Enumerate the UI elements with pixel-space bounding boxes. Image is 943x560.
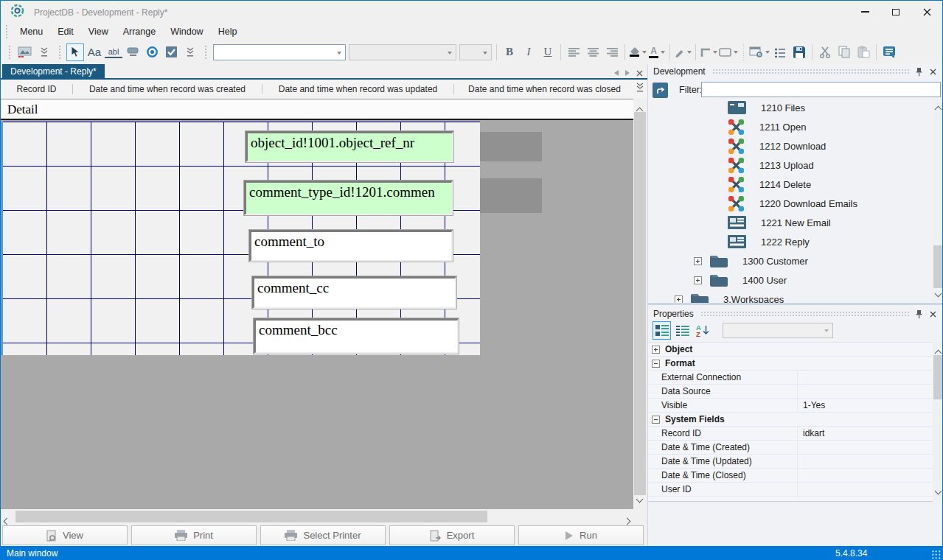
field-comment-cc[interactable]: comment_cc bbox=[252, 276, 456, 309]
pin-icon[interactable] bbox=[916, 309, 922, 319]
group-object[interactable]: Object bbox=[648, 343, 933, 357]
prop-user-id[interactable]: User ID bbox=[648, 483, 933, 497]
canvas-vertical-scrollbar[interactable] bbox=[633, 99, 647, 509]
tab-scroll-left-icon[interactable] bbox=[614, 70, 619, 76]
tree-item-1221-new-email[interactable]: 1221 New Email bbox=[648, 213, 932, 232]
prop-external-connection[interactable]: External Connection bbox=[648, 371, 933, 385]
group-system-fields[interactable]: System Fields bbox=[648, 413, 933, 427]
menu-edit[interactable]: Edit bbox=[50, 25, 81, 38]
label-tool-button[interactable]: Aa bbox=[86, 43, 103, 61]
tab-scroll-right-icon[interactable] bbox=[625, 70, 630, 76]
column-record-id[interactable]: Record ID bbox=[1, 84, 72, 94]
export-button[interactable]: Export bbox=[389, 525, 515, 545]
tab-close-icon[interactable] bbox=[636, 66, 643, 80]
form-lookup-button[interactable] bbox=[749, 43, 770, 61]
menu-help[interactable]: Help bbox=[211, 25, 245, 38]
prop-record-id[interactable]: Record ID idkart bbox=[648, 427, 933, 441]
tree-item-1212-download[interactable]: 1212 Download bbox=[648, 136, 932, 155]
locate-object-button[interactable] bbox=[653, 83, 668, 98]
run-button[interactable]: Run bbox=[518, 525, 644, 545]
align-left-icon[interactable] bbox=[565, 43, 582, 61]
tree-item-1214-delete[interactable]: 1214 Delete bbox=[648, 175, 932, 194]
save-button[interactable] bbox=[790, 43, 808, 61]
scrollbar-thumb[interactable] bbox=[933, 245, 943, 288]
detail-band-header[interactable]: Detail bbox=[1, 99, 633, 120]
header-overflow-icon[interactable] bbox=[636, 82, 644, 96]
pen-tool-button[interactable] bbox=[674, 43, 692, 61]
cut-button[interactable] bbox=[816, 43, 834, 61]
scrollbar-thumb[interactable] bbox=[933, 355, 943, 399]
tree-item-1300-customer[interactable]: 1300 Customer bbox=[648, 251, 932, 270]
fill-color-button[interactable] bbox=[629, 43, 647, 61]
copy-button[interactable] bbox=[835, 43, 853, 61]
button-tool-button[interactable] bbox=[124, 43, 142, 61]
select-printer-button[interactable]: Select Printer bbox=[260, 525, 386, 545]
expand-icon[interactable] bbox=[652, 346, 660, 354]
menu-window[interactable]: Window bbox=[163, 25, 210, 38]
menu-arrange[interactable]: Arrange bbox=[116, 25, 163, 38]
menu-view[interactable]: View bbox=[81, 25, 116, 38]
properties-scrollbar[interactable] bbox=[933, 342, 943, 500]
image-tool-icon[interactable] bbox=[16, 43, 34, 61]
column-updated[interactable]: Date and time when record was updated bbox=[262, 84, 453, 94]
pointer-tool-button[interactable] bbox=[66, 43, 84, 61]
expand-icon[interactable] bbox=[694, 276, 702, 284]
close-button[interactable] bbox=[911, 1, 942, 23]
tree-item-1210-files[interactable]: 1210 Files bbox=[648, 98, 932, 117]
scrollbar-thumb[interactable] bbox=[15, 511, 487, 522]
scrollbar-thumb[interactable] bbox=[634, 112, 646, 495]
checkbox-tool-button[interactable] bbox=[162, 43, 180, 61]
textbox-tool-button[interactable]: abl bbox=[105, 46, 122, 58]
prop-data-source[interactable]: Data Source bbox=[648, 385, 933, 399]
menu-menu[interactable]: Menu bbox=[13, 25, 50, 38]
tree-item-3-workspaces[interactable]: 3.Workspaces bbox=[648, 290, 932, 303]
panel-splitter[interactable] bbox=[648, 303, 943, 305]
bold-button[interactable]: B bbox=[501, 43, 518, 61]
prop-date-updated[interactable]: Date & Time (Updated) bbox=[648, 455, 933, 469]
shape-tool-button[interactable] bbox=[719, 43, 738, 61]
categorized-view-button[interactable] bbox=[653, 321, 671, 340]
filter-input[interactable] bbox=[701, 82, 941, 97]
minimize-button[interactable] bbox=[849, 1, 880, 23]
field-comment-type[interactable]: comment_type_id!1201.commen bbox=[244, 181, 453, 215]
field-list-button[interactable] bbox=[771, 43, 789, 61]
toolbar-grip[interactable] bbox=[58, 45, 61, 60]
tree-item-1213-upload[interactable]: 1213 Upload bbox=[648, 155, 932, 175]
scroll-down-icon[interactable] bbox=[936, 483, 941, 497]
print-button[interactable]: Print bbox=[131, 525, 257, 545]
canvas-horizontal-scrollbar[interactable] bbox=[1, 509, 633, 524]
italic-button[interactable]: I bbox=[520, 43, 537, 61]
radiobutton-tool-button[interactable] bbox=[143, 43, 161, 61]
expand-icon[interactable] bbox=[694, 257, 702, 265]
close-panel-icon[interactable] bbox=[930, 311, 936, 318]
align-right-icon[interactable] bbox=[603, 43, 621, 61]
font-color-button[interactable]: A bbox=[648, 43, 666, 61]
group-format[interactable]: Format bbox=[648, 357, 933, 371]
toolbar-overflow-icon[interactable] bbox=[181, 43, 199, 61]
fontsize-combobox[interactable] bbox=[459, 44, 492, 60]
paste-button[interactable] bbox=[855, 43, 872, 61]
toolbar-overflow-icon[interactable] bbox=[35, 43, 53, 61]
field-comment-to[interactable]: comment_to bbox=[249, 230, 453, 262]
sort-alphabetical-button[interactable]: AZ bbox=[694, 321, 712, 340]
property-object-combobox[interactable] bbox=[723, 323, 833, 338]
align-center-icon[interactable] bbox=[584, 43, 602, 61]
border-tool-button[interactable] bbox=[700, 43, 717, 61]
tree-item-1220-download-emails[interactable]: 1220 Download Emails bbox=[648, 194, 932, 213]
list-view-button[interactable] bbox=[673, 321, 692, 340]
column-created[interactable]: Date and time when record was created bbox=[72, 84, 262, 94]
font-combobox[interactable] bbox=[349, 44, 456, 60]
field-object-ref[interactable]: object_id!1001.object_ref_nr bbox=[246, 131, 453, 162]
tab-development-reply[interactable]: Development - Reply* bbox=[2, 64, 105, 78]
toolbar-grip[interactable] bbox=[204, 45, 207, 60]
scroll-down-icon[interactable] bbox=[637, 491, 642, 505]
style-combobox[interactable] bbox=[213, 44, 346, 60]
prop-date-created[interactable]: Date & Time (Created) bbox=[648, 441, 933, 455]
collapse-icon[interactable] bbox=[652, 416, 660, 424]
underline-button[interactable]: U bbox=[539, 43, 557, 61]
tree-scrollbar[interactable] bbox=[933, 98, 943, 303]
collapse-icon[interactable] bbox=[652, 360, 660, 368]
prop-date-closed[interactable]: Date & Time (Closed) bbox=[648, 469, 933, 483]
pin-icon[interactable] bbox=[916, 67, 922, 77]
prop-visible[interactable]: Visible 1-Yes bbox=[648, 399, 933, 413]
